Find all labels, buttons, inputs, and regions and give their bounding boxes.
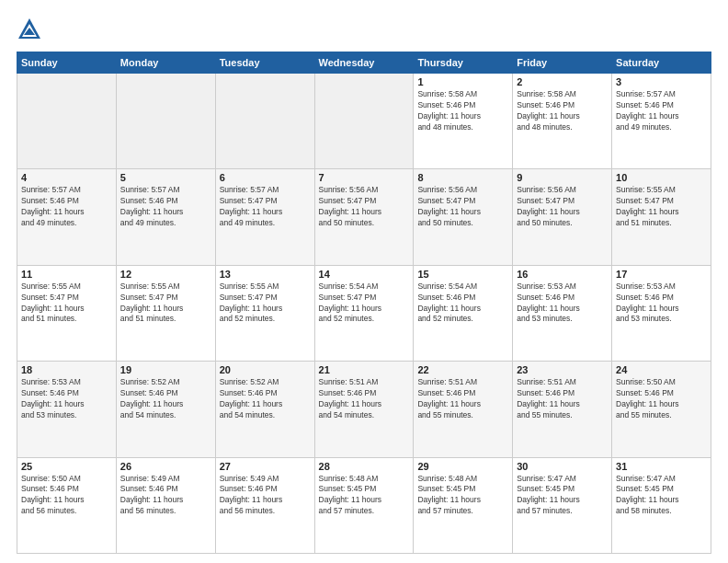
calendar-cell: 11Sunrise: 5:55 AM Sunset: 5:47 PM Dayli… [17, 265, 117, 361]
calendar-cell: 30Sunrise: 5:47 AM Sunset: 5:45 PM Dayli… [513, 457, 612, 553]
logo-icon [17, 17, 42, 42]
day-info: Sunrise: 5:53 AM Sunset: 5:46 PM Dayligh… [21, 377, 112, 421]
day-number: 9 [517, 172, 608, 183]
day-number: 17 [616, 269, 707, 280]
calendar-week-5: 25Sunrise: 5:50 AM Sunset: 5:46 PM Dayli… [17, 457, 711, 553]
day-number: 13 [220, 269, 311, 280]
day-info: Sunrise: 5:57 AM Sunset: 5:46 PM Dayligh… [120, 185, 211, 229]
day-info: Sunrise: 5:49 AM Sunset: 5:46 PM Dayligh… [120, 474, 211, 518]
day-info: Sunrise: 5:56 AM Sunset: 5:47 PM Dayligh… [417, 185, 508, 229]
calendar-cell [215, 74, 314, 169]
calendar-week-3: 11Sunrise: 5:55 AM Sunset: 5:47 PM Dayli… [17, 265, 711, 361]
day-info: Sunrise: 5:50 AM Sunset: 5:46 PM Dayligh… [616, 377, 707, 421]
calendar-cell: 26Sunrise: 5:49 AM Sunset: 5:46 PM Dayli… [116, 457, 215, 553]
calendar-cell: 12Sunrise: 5:55 AM Sunset: 5:47 PM Dayli… [116, 265, 215, 361]
calendar-cell: 19Sunrise: 5:52 AM Sunset: 5:46 PM Dayli… [116, 362, 215, 457]
day-number: 8 [417, 172, 508, 183]
day-number: 3 [616, 76, 707, 87]
day-info: Sunrise: 5:57 AM Sunset: 5:47 PM Dayligh… [220, 185, 311, 229]
day-number: 1 [417, 76, 508, 87]
calendar-cell: 4Sunrise: 5:57 AM Sunset: 5:46 PM Daylig… [17, 169, 117, 265]
page: SundayMondayTuesdayWednesdayThursdayFrid… [0, 0, 728, 563]
calendar-cell: 16Sunrise: 5:53 AM Sunset: 5:46 PM Dayli… [513, 265, 612, 361]
calendar-table: SundayMondayTuesdayWednesdayThursdayFrid… [17, 52, 711, 554]
day-number: 18 [21, 364, 112, 375]
day-info: Sunrise: 5:48 AM Sunset: 5:45 PM Dayligh… [319, 474, 410, 518]
day-number: 27 [220, 461, 311, 472]
weekday-header-thursday: Thursday [414, 52, 513, 74]
calendar-cell: 17Sunrise: 5:53 AM Sunset: 5:46 PM Dayli… [612, 265, 711, 361]
calendar-cell: 25Sunrise: 5:50 AM Sunset: 5:46 PM Dayli… [17, 457, 117, 553]
calendar-cell: 22Sunrise: 5:51 AM Sunset: 5:46 PM Dayli… [414, 362, 513, 457]
day-number: 16 [517, 269, 608, 280]
day-info: Sunrise: 5:51 AM Sunset: 5:46 PM Dayligh… [319, 377, 410, 421]
calendar-cell: 18Sunrise: 5:53 AM Sunset: 5:46 PM Dayli… [17, 362, 117, 457]
calendar-cell: 5Sunrise: 5:57 AM Sunset: 5:46 PM Daylig… [116, 169, 215, 265]
weekday-header-wednesday: Wednesday [314, 52, 414, 74]
day-info: Sunrise: 5:52 AM Sunset: 5:46 PM Dayligh… [120, 377, 211, 421]
day-info: Sunrise: 5:47 AM Sunset: 5:45 PM Dayligh… [517, 474, 608, 518]
calendar-cell: 29Sunrise: 5:48 AM Sunset: 5:45 PM Dayli… [414, 457, 513, 553]
calendar-cell: 14Sunrise: 5:54 AM Sunset: 5:47 PM Dayli… [314, 265, 414, 361]
day-info: Sunrise: 5:57 AM Sunset: 5:46 PM Dayligh… [616, 89, 707, 133]
calendar-cell: 7Sunrise: 5:56 AM Sunset: 5:47 PM Daylig… [314, 169, 414, 265]
day-info: Sunrise: 5:50 AM Sunset: 5:46 PM Dayligh… [21, 474, 112, 518]
day-info: Sunrise: 5:57 AM Sunset: 5:46 PM Dayligh… [21, 185, 112, 229]
day-number: 21 [319, 364, 410, 375]
day-number: 22 [417, 364, 508, 375]
day-info: Sunrise: 5:52 AM Sunset: 5:46 PM Dayligh… [220, 377, 311, 421]
day-number: 20 [220, 364, 311, 375]
day-info: Sunrise: 5:55 AM Sunset: 5:47 PM Dayligh… [21, 282, 112, 326]
day-info: Sunrise: 5:56 AM Sunset: 5:47 PM Dayligh… [517, 185, 608, 229]
calendar-cell: 27Sunrise: 5:49 AM Sunset: 5:46 PM Dayli… [215, 457, 314, 553]
weekday-header-sunday: Sunday [17, 52, 117, 74]
day-number: 29 [417, 461, 508, 472]
day-number: 10 [616, 172, 707, 183]
calendar-week-1: 1Sunrise: 5:58 AM Sunset: 5:46 PM Daylig… [17, 74, 711, 169]
calendar-week-4: 18Sunrise: 5:53 AM Sunset: 5:46 PM Dayli… [17, 362, 711, 457]
day-number: 2 [517, 76, 608, 87]
day-number: 5 [120, 172, 211, 183]
logo [17, 17, 46, 42]
weekday-header-saturday: Saturday [612, 52, 711, 74]
day-number: 23 [517, 364, 608, 375]
calendar-cell: 13Sunrise: 5:55 AM Sunset: 5:47 PM Dayli… [215, 265, 314, 361]
day-number: 31 [616, 461, 707, 472]
calendar-week-2: 4Sunrise: 5:57 AM Sunset: 5:46 PM Daylig… [17, 169, 711, 265]
day-info: Sunrise: 5:51 AM Sunset: 5:46 PM Dayligh… [417, 377, 508, 421]
calendar-cell: 9Sunrise: 5:56 AM Sunset: 5:47 PM Daylig… [513, 169, 612, 265]
calendar-cell [314, 74, 414, 169]
calendar-cell: 6Sunrise: 5:57 AM Sunset: 5:47 PM Daylig… [215, 169, 314, 265]
calendar-cell: 20Sunrise: 5:52 AM Sunset: 5:46 PM Dayli… [215, 362, 314, 457]
day-number: 25 [21, 461, 112, 472]
calendar-cell: 24Sunrise: 5:50 AM Sunset: 5:46 PM Dayli… [612, 362, 711, 457]
day-info: Sunrise: 5:56 AM Sunset: 5:47 PM Dayligh… [319, 185, 410, 229]
header [17, 17, 711, 42]
day-number: 15 [417, 269, 508, 280]
day-number: 6 [220, 172, 311, 183]
day-info: Sunrise: 5:53 AM Sunset: 5:46 PM Dayligh… [616, 282, 707, 326]
day-number: 30 [517, 461, 608, 472]
weekday-header-monday: Monday [116, 52, 215, 74]
day-info: Sunrise: 5:54 AM Sunset: 5:46 PM Dayligh… [417, 282, 508, 326]
calendar-cell: 2Sunrise: 5:58 AM Sunset: 5:46 PM Daylig… [513, 74, 612, 169]
day-number: 19 [120, 364, 211, 375]
calendar-cell: 15Sunrise: 5:54 AM Sunset: 5:46 PM Dayli… [414, 265, 513, 361]
weekday-header-friday: Friday [513, 52, 612, 74]
day-number: 24 [616, 364, 707, 375]
day-number: 4 [21, 172, 112, 183]
calendar-cell: 31Sunrise: 5:47 AM Sunset: 5:45 PM Dayli… [612, 457, 711, 553]
calendar-cell [17, 74, 117, 169]
day-number: 28 [319, 461, 410, 472]
day-number: 12 [120, 269, 211, 280]
calendar-cell: 1Sunrise: 5:58 AM Sunset: 5:46 PM Daylig… [414, 74, 513, 169]
calendar-cell [116, 74, 215, 169]
day-info: Sunrise: 5:51 AM Sunset: 5:46 PM Dayligh… [517, 377, 608, 421]
day-info: Sunrise: 5:53 AM Sunset: 5:46 PM Dayligh… [517, 282, 608, 326]
day-info: Sunrise: 5:55 AM Sunset: 5:47 PM Dayligh… [120, 282, 211, 326]
day-info: Sunrise: 5:55 AM Sunset: 5:47 PM Dayligh… [616, 185, 707, 229]
day-number: 7 [319, 172, 410, 183]
day-number: 11 [21, 269, 112, 280]
day-info: Sunrise: 5:54 AM Sunset: 5:47 PM Dayligh… [319, 282, 410, 326]
day-info: Sunrise: 5:48 AM Sunset: 5:45 PM Dayligh… [417, 474, 508, 518]
